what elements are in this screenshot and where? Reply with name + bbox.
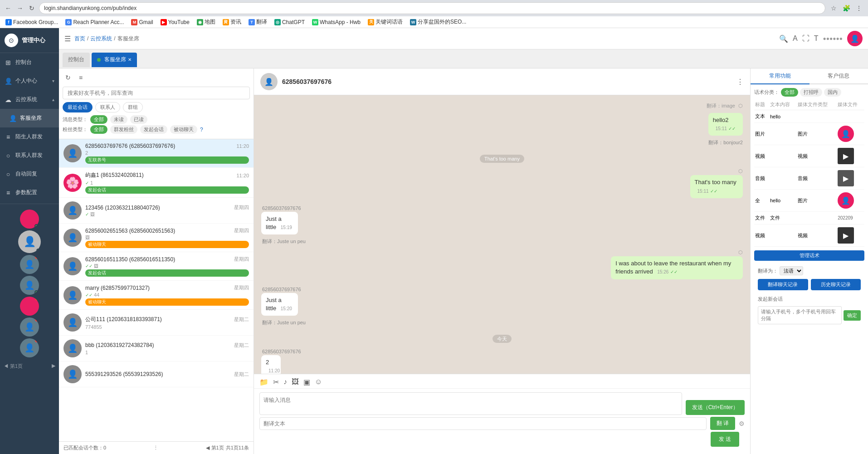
sidebar-item-dashboard[interactable]: ⊞ 控制台	[0, 53, 59, 72]
bookmark-reach[interactable]: G Reach Planner Acc...	[63, 18, 126, 26]
help-icon[interactable]: ?	[200, 127, 203, 133]
menu-button[interactable]: ⋮	[853, 3, 864, 14]
filter-tab-recent[interactable]: 最近会话	[63, 102, 93, 112]
next-page-btn[interactable]: ▶	[52, 363, 55, 370]
filter-tab-groups[interactable]: 群组	[123, 102, 143, 112]
history-chat-btn[interactable]: 历史聊天记录	[811, 279, 861, 290]
bubble-hello2: hello2 15:11 ✓✓	[708, 113, 743, 136]
filter-greet-btn[interactable]: 打招呼	[800, 88, 822, 97]
breadcrumb-home[interactable]: 首页	[74, 35, 85, 43]
menu-icon[interactable]: ☰	[64, 34, 71, 43]
screen-icon[interactable]: ▣	[303, 378, 310, 386]
address-bar[interactable]	[39, 2, 825, 14]
bookmark-seo[interactable]: W 分享盆国外的SEO...	[408, 17, 468, 27]
fan-filter-passive[interactable]: 被动聊天	[170, 125, 197, 134]
extension-button[interactable]: 🧩	[841, 3, 852, 14]
avatar-2[interactable]: 👤	[20, 255, 39, 274]
chat-item-0[interactable]: 👤 62856037697676 (62856037697676) 11:20 …	[59, 139, 254, 168]
bookmark-maps[interactable]: ◉ 地图	[195, 17, 217, 27]
translate-text-input[interactable]	[259, 417, 707, 430]
bookmark-keywords[interactable]: 关 关键词话语	[366, 17, 405, 27]
bookmark-news[interactable]: 資 资讯	[221, 17, 243, 27]
chat-item-5[interactable]: 👤 marry (628575997701327) 星期四 ✓✓44 被动聊天	[59, 281, 254, 310]
avatar-3[interactable]: 👤	[20, 276, 39, 295]
filter-read[interactable]: 已读	[130, 115, 147, 124]
bookmark-youtube[interactable]: ▶ YouTube	[159, 18, 191, 26]
expand-icon[interactable]: ⬡	[738, 103, 743, 108]
new-chat-input[interactable]	[758, 306, 842, 324]
chat-more-icon[interactable]: ⋮	[736, 78, 744, 86]
sidebar-item-cloud[interactable]: ☁ 云控系统 ▴	[0, 90, 59, 109]
chat-search-input[interactable]	[63, 87, 250, 99]
reload-button[interactable]: ↻	[27, 4, 36, 13]
fan-filter-all[interactable]: 全部	[90, 125, 107, 134]
fan-filter-start[interactable]: 发起会话	[140, 125, 167, 134]
fullscreen-icon[interactable]: ⛶	[802, 34, 809, 43]
ai-icon[interactable]: A	[793, 34, 798, 43]
fan-filter-mass[interactable]: 群发粉丝	[110, 125, 137, 134]
bookmark-translate[interactable]: T 翻译	[247, 17, 269, 27]
music-icon[interactable]: ♪	[283, 378, 287, 386]
avatar-1[interactable]: 👤	[18, 230, 41, 253]
avatar-list: 👤 👤 👤 👤 👤	[0, 206, 59, 361]
prev-btn[interactable]: ◀	[206, 445, 210, 451]
filter-unread[interactable]: 未读	[110, 115, 127, 124]
filter-domestic-btn[interactable]: 国内	[824, 88, 841, 97]
translate-chat-btn[interactable]: 翻译聊天记录	[758, 279, 808, 290]
folder-icon[interactable]: 📁	[259, 378, 268, 386]
user-avatar-header[interactable]: 👤	[847, 31, 863, 46]
row5-media: 202209	[837, 212, 864, 225]
font-icon[interactable]: T	[814, 34, 819, 43]
bookmark-gmail[interactable]: M Gmail	[129, 18, 155, 26]
tab-customer-info[interactable]: 客户信息	[809, 68, 868, 83]
translate-settings-icon[interactable]: ⚙	[739, 420, 745, 427]
tab-close-button[interactable]: ✕	[128, 57, 132, 62]
chat-item-8[interactable]: 👤 555391293526 (555391293526) 星期二	[59, 361, 254, 387]
chat-preview-5: ✓✓44	[85, 292, 249, 298]
chat-item-6[interactable]: 👤 公司111 (12036318183393871) 星期二 774855	[59, 310, 254, 336]
avatar-6[interactable]: 👤	[20, 338, 39, 357]
refresh-button[interactable]: ↻	[63, 72, 73, 83]
chat-item-3[interactable]: 👤 62856002651563 (62856002651563) 星期四 🖼 …	[59, 224, 254, 252]
chat-item-4[interactable]: 👤 62856016511350 (62856016511350) 星期四 ✓✓…	[59, 252, 254, 281]
forward-button[interactable]: →	[15, 4, 24, 13]
sidebar-item-stranger[interactable]: ≡ 陌生人群发	[0, 127, 59, 146]
star-button[interactable]: ☆	[828, 3, 839, 14]
send-ctrl-enter-button[interactable]: 发送（Ctrl+Enter）	[686, 400, 745, 415]
avatar-5[interactable]: 👤	[20, 317, 39, 337]
avatar-0[interactable]	[20, 210, 39, 229]
translate-button[interactable]: 翻 译	[710, 417, 735, 430]
chat-item-7[interactable]: 👤 bbb (120363192724382784) 星期二 1	[59, 336, 254, 361]
tab-service[interactable]: 客服坐席 ✕	[92, 53, 137, 67]
filter-all[interactable]: 全部	[90, 115, 107, 124]
filter-tab-contacts[interactable]: 联系人	[95, 102, 120, 112]
back-button[interactable]: ←	[4, 4, 13, 13]
image-icon[interactable]: 🖼	[292, 378, 299, 386]
search-icon[interactable]: 🔍	[779, 34, 788, 43]
more-icon[interactable]: ⋮	[153, 445, 158, 451]
sidebar-item-profile[interactable]: 👤 个人中心 ▾	[0, 72, 59, 90]
bookmark-facebook[interactable]: f Facebook Group...	[4, 18, 60, 26]
avatar-4[interactable]	[20, 297, 39, 316]
sidebar-item-auto[interactable]: ○ 自动回复	[0, 165, 59, 183]
bookmark-whatsapp[interactable]: W WhatsApp - Hwb	[310, 18, 362, 26]
chat-item-1[interactable]: 🌸 屿鑫1 (8615324020811) 11:20 ✓1 发起会话	[59, 168, 254, 198]
translate-lang-select[interactable]: 法语	[780, 266, 803, 275]
list-view-button[interactable]: ≡	[75, 72, 86, 83]
filter-all-btn[interactable]: 全部	[781, 88, 798, 97]
tab-dashboard[interactable]: 控制台	[63, 53, 90, 67]
message-input[interactable]	[259, 392, 682, 415]
chat-item-2[interactable]: 👤 123456 (12036321188040726) 星期四 ✓🖼	[59, 198, 254, 224]
manage-scripts-button[interactable]: 管理话术	[754, 250, 864, 261]
sidebar-item-contacts[interactable]: ○ 联系人群发	[0, 146, 59, 165]
sidebar-item-params[interactable]: ≡ 参数配置	[0, 183, 59, 202]
new-chat-confirm-button[interactable]: 确定	[844, 310, 861, 321]
bookmark-chatgpt[interactable]: ◎ ChatGPT	[273, 18, 307, 26]
sidebar-item-service[interactable]: 👤 客服坐席	[0, 109, 59, 127]
emoji-icon[interactable]: ☺	[315, 378, 322, 386]
prev-page-btn[interactable]: ◀ 第1页	[4, 363, 23, 370]
scissors-icon[interactable]: ✂	[273, 378, 279, 386]
breadcrumb-cloud[interactable]: 云控系统	[90, 35, 112, 43]
final-send-button[interactable]: 发 送	[711, 432, 739, 447]
tab-common-functions[interactable]: 常用功能	[751, 68, 809, 84]
